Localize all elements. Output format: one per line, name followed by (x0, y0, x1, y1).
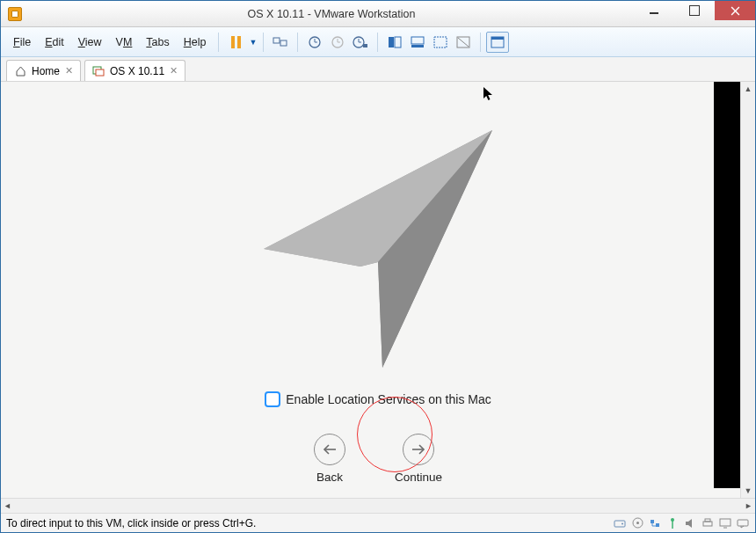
tab-vm[interactable]: OS X 10.11 ✕ (84, 60, 185, 81)
tabs-row: Home ✕ OS X 10.11 ✕ (1, 57, 755, 82)
pause-icon (227, 33, 244, 51)
menubar: File Edit View VM Tabs Help ▼ (1, 27, 755, 57)
display-icon[interactable] (718, 517, 732, 529)
svg-rect-13 (363, 44, 367, 47)
svg-rect-38 (705, 519, 710, 522)
power-dropdown[interactable]: ▼ (247, 38, 258, 47)
stretch-icon (433, 36, 447, 48)
svg-rect-41 (738, 520, 748, 526)
location-arrow-icon (242, 117, 514, 372)
scroll-left-icon[interactable]: ◄ (4, 501, 11, 510)
scroll-down-icon[interactable]: ▼ (745, 486, 752, 495)
location-checkbox-row: Enable Location Services on this Mac (265, 391, 491, 407)
scroll-right-icon[interactable]: ► (745, 501, 752, 510)
status-icons (613, 517, 750, 529)
vm-icon (92, 65, 105, 77)
app-window: OS X 10.11 - VMware Workstation File Edi… (0, 0, 756, 533)
menu-help[interactable]: Help (177, 33, 214, 52)
toolbar-separator (263, 33, 264, 52)
snapshot-manager-button[interactable] (349, 32, 372, 53)
stretch-button[interactable] (429, 32, 452, 53)
show-console-button[interactable] (383, 32, 406, 53)
sound-icon[interactable] (683, 517, 697, 529)
snapshot-take-button[interactable] (303, 32, 326, 53)
back-label: Back (316, 471, 343, 484)
show-thumbnail-button[interactable] (406, 32, 429, 53)
location-checkbox-label: Enable Location Services on this Mac (286, 392, 491, 406)
toolbar-separator (480, 33, 481, 52)
arrow-right-icon (403, 434, 434, 465)
tab-vm-label: OS X 10.11 (110, 65, 164, 77)
vm-display[interactable]: Enable Location Services on this Mac Bac… (1, 82, 755, 498)
clock-icon (308, 35, 322, 49)
svg-rect-39 (720, 519, 731, 526)
toolbar-separator (377, 33, 378, 52)
menu-tabs[interactable]: Tabs (139, 33, 176, 52)
window-controls (634, 1, 755, 26)
svg-rect-15 (395, 37, 401, 47)
fullscreen-button[interactable] (486, 32, 509, 53)
vertical-scrollbar[interactable]: ▲ ▼ (740, 82, 755, 498)
menu-file[interactable]: File (6, 33, 38, 52)
tab-close-icon[interactable]: ✕ (65, 65, 73, 77)
svg-rect-18 (434, 37, 447, 47)
svg-rect-3 (280, 40, 287, 46)
svg-point-28 (622, 522, 623, 524)
unity-button[interactable] (452, 32, 475, 53)
menu-view[interactable]: View (71, 33, 109, 52)
message-icon[interactable] (736, 517, 750, 529)
status-hint: To direct input to this VM, click inside… (6, 517, 256, 529)
svg-rect-16 (411, 37, 424, 44)
toolbar-separator (297, 33, 298, 52)
back-button[interactable]: Back (314, 434, 345, 484)
tab-close-icon[interactable]: ✕ (170, 65, 178, 77)
svg-rect-37 (703, 522, 712, 526)
horizontal-scrollbar[interactable]: ◄ ► (1, 498, 755, 513)
content-area: Enable Location Services on this Mac Bac… (1, 82, 755, 498)
usb-icon[interactable] (665, 517, 680, 529)
maximize-button[interactable] (674, 1, 715, 20)
svg-rect-24 (96, 69, 104, 76)
close-icon (731, 6, 740, 16)
menu-vm[interactable]: VM (109, 33, 140, 52)
scroll-up-icon[interactable]: ▲ (745, 84, 752, 93)
unity-icon (456, 36, 470, 48)
pause-button[interactable] (224, 32, 247, 53)
app-icon (8, 7, 22, 21)
svg-line-20 (458, 38, 469, 47)
tab-home-label: Home (32, 65, 60, 77)
svg-rect-27 (614, 521, 625, 527)
thumb-icon (411, 36, 425, 48)
svg-rect-2 (273, 38, 280, 43)
printer-icon[interactable] (701, 517, 715, 529)
keys-icon (273, 35, 288, 49)
arrow-left-icon (314, 434, 345, 465)
location-checkbox[interactable] (265, 391, 280, 407)
svg-rect-14 (389, 37, 394, 47)
fullscreen-icon (491, 36, 505, 48)
titlebar: OS X 10.11 - VMware Workstation (1, 1, 755, 27)
console-icon (388, 36, 402, 48)
continue-button[interactable]: Continue (395, 434, 442, 484)
vm-black-bar (714, 82, 740, 488)
setup-nav: Back Continue (314, 434, 442, 484)
clock-manager-icon (353, 35, 368, 49)
svg-rect-22 (491, 37, 504, 40)
minimize-button[interactable] (634, 1, 674, 20)
window-title: OS X 10.11 - VMware Workstation (29, 8, 634, 20)
svg-point-30 (636, 522, 639, 524)
statusbar: To direct input to this VM, click inside… (1, 513, 755, 532)
continue-label: Continue (395, 471, 442, 484)
send-ctrl-alt-del-button[interactable] (269, 32, 292, 53)
svg-rect-17 (411, 45, 424, 47)
tab-home[interactable]: Home ✕ (6, 60, 81, 81)
close-button[interactable] (715, 1, 755, 20)
disk-icon[interactable] (613, 517, 627, 529)
toolbar-separator (218, 33, 219, 52)
menu-edit[interactable]: Edit (38, 33, 71, 52)
svg-rect-31 (651, 520, 654, 523)
cd-icon[interactable] (630, 517, 644, 529)
clock-back-icon (331, 35, 345, 49)
network-icon[interactable] (648, 517, 662, 529)
snapshot-revert-button[interactable] (326, 32, 349, 53)
